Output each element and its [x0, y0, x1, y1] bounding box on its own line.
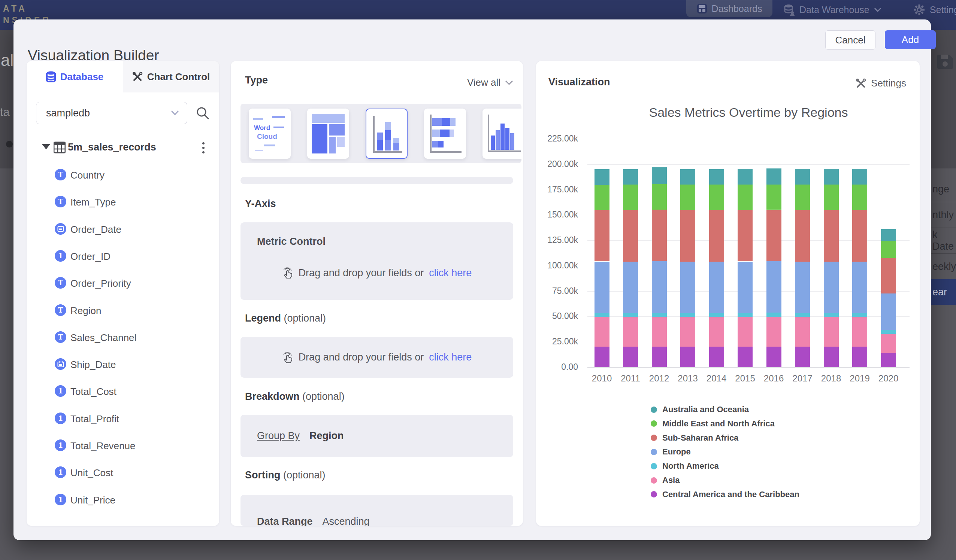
backdrop-bullet: [6, 141, 13, 147]
table-name: 5m_sales_records: [68, 141, 156, 153]
sorting-dropzone[interactable]: Data Range Ascending: [241, 495, 513, 526]
field-label: Sales_Channel: [71, 332, 136, 344]
backdrop-dropdown-option[interactable]: eekly: [931, 253, 956, 279]
nav-data-warehouse-label: Data Warehouse: [799, 5, 870, 15]
field-row-item_type[interactable]: TItem_Type: [27, 189, 219, 215]
field-row-order_id[interactable]: 1Order_ID: [27, 243, 219, 269]
bar-segment: [594, 347, 610, 367]
y-tick-label: 25.00k: [536, 337, 578, 347]
bar-segment: [795, 210, 810, 262]
search-icon[interactable]: [196, 106, 209, 120]
field-glyph: 1: [58, 442, 63, 449]
legend-item[interactable]: Middle East and North Africa: [651, 419, 775, 428]
bar-segment: [623, 210, 638, 262]
backdrop-heading-fragment: al: [1, 51, 14, 70]
legend-item[interactable]: Central America and the Caribbean: [651, 489, 799, 499]
view-all-dropdown[interactable]: View all: [467, 77, 513, 88]
legend-item[interactable]: North America: [651, 461, 719, 471]
nav-settings-label: Settings: [930, 5, 956, 15]
text-field-icon: T: [55, 169, 66, 180]
field-row-total_revenue[interactable]: 1Total_Revenue: [27, 432, 219, 458]
bar-segment: [824, 210, 839, 262]
nav-settings[interactable]: Settings: [913, 2, 956, 17]
backdrop-text-fragment: ta: [0, 105, 10, 119]
field-label: Unit_Price: [71, 494, 115, 506]
field-row-region[interactable]: TRegion: [27, 297, 219, 323]
number-field-icon: 1: [55, 250, 66, 262]
chart-type-word-cloud[interactable]: Word Cloud: [249, 108, 291, 159]
bar-segment: [623, 347, 638, 367]
collapse-arrow-icon[interactable]: [42, 144, 50, 149]
kebab-menu-icon[interactable]: [196, 140, 211, 156]
field-glyph: 1: [58, 469, 63, 476]
bar-segment: [737, 169, 753, 185]
field-row-total_cost[interactable]: 1Total_Cost: [27, 378, 219, 404]
field-row-order_date[interactable]: Order_Date: [27, 216, 219, 242]
legend-dropzone[interactable]: Drag and drop your fields or click here: [241, 337, 513, 378]
legend-label: Australia and Oceania: [662, 405, 749, 414]
backdrop-dropdown-option[interactable]: nthly: [931, 202, 956, 227]
type-scrollbar-track[interactable]: [241, 177, 513, 184]
field-row-unit_price[interactable]: 1Unit_Price: [27, 486, 219, 513]
bar-segment: [737, 313, 753, 317]
table-tree-row[interactable]: 5m_sales_records: [27, 138, 219, 157]
field-label: Region: [71, 305, 101, 317]
field-label: Order_Priority: [71, 278, 131, 289]
x-tick-label: 2017: [788, 373, 817, 384]
backdrop-dropdown-option[interactable]: k Date: [931, 227, 956, 253]
add-button[interactable]: Add: [885, 30, 936, 49]
y-tick-label: 75.00k: [536, 286, 578, 296]
field-row-country[interactable]: TCountry: [27, 162, 219, 188]
legend-label: Central America and the Caribbean: [662, 489, 799, 499]
nav-dashboards[interactable]: Dashboards: [686, 0, 772, 17]
x-tick-label: 2016: [759, 373, 788, 384]
bar-segment: [881, 353, 896, 367]
legend-item[interactable]: Asia: [651, 475, 679, 485]
chart-type-treemap[interactable]: [307, 108, 349, 159]
field-glyph: T: [58, 334, 63, 340]
legend-item[interactable]: Europe: [651, 447, 691, 457]
click-hand-icon: [282, 267, 293, 279]
field-row-ship_date[interactable]: Ship_Date: [27, 351, 219, 377]
backdrop-dropdown-option-selected[interactable]: ear: [931, 279, 956, 305]
group-by-link[interactable]: Group By: [257, 430, 300, 442]
bar-segment: [680, 347, 695, 367]
group-by-value[interactable]: Region: [310, 430, 344, 442]
logo-line-1: ATA: [3, 3, 51, 15]
field-row-unit_cost[interactable]: 1Unit_Cost: [27, 459, 219, 486]
field-row-sales_channel[interactable]: TSales_Channel: [27, 324, 219, 350]
bar-segment: [623, 313, 638, 317]
tab-database[interactable]: Database: [27, 61, 123, 93]
y-tick-label: 150.00k: [536, 210, 578, 220]
number-field-icon: 1: [55, 439, 66, 451]
field-glyph: 1: [58, 252, 63, 259]
backdrop-dropdown-option[interactable]: nge: [931, 176, 956, 202]
chart-type-stacked-column[interactable]: [366, 108, 407, 159]
field-row-total_profit[interactable]: 1Total_Profit: [27, 405, 219, 431]
legend-click-here-link[interactable]: click here: [429, 351, 472, 363]
metric-control-dropzone[interactable]: Metric Control Drag and drop your fields…: [241, 222, 513, 300]
legend-item[interactable]: Sub-Saharan Africa: [651, 433, 738, 443]
chart-type-column[interactable]: [483, 108, 522, 159]
chart-type-stacked-bar[interactable]: [424, 108, 466, 159]
breakdown-dropzone[interactable]: Group By Region: [241, 415, 513, 457]
bar-segment: [652, 347, 667, 367]
sort-field-value: Data Range: [257, 516, 313, 526]
database-select[interactable]: sampledb: [36, 102, 187, 124]
database-panel: Database Chart Control sampledb: [27, 61, 219, 526]
metric-click-here-link[interactable]: click here: [429, 267, 472, 279]
tab-chart-control[interactable]: Chart Control: [123, 61, 219, 93]
number-field-icon: 1: [55, 385, 66, 397]
y-tick-label: 0.00: [536, 362, 578, 372]
bar-segment: [652, 261, 667, 313]
legend-item[interactable]: Australia and Oceania: [651, 405, 749, 414]
click-hand-icon: [282, 351, 293, 364]
field-label: Order_ID: [71, 251, 110, 262]
cancel-button[interactable]: Cancel: [825, 30, 876, 50]
bar-segment: [623, 185, 638, 210]
field-row-order_priority[interactable]: TOrder_Priority: [27, 270, 219, 296]
field-glyph: T: [58, 279, 63, 286]
bar-segment: [652, 317, 667, 347]
number-field-icon: 1: [55, 413, 66, 424]
nav-data-warehouse[interactable]: Data Warehouse: [784, 2, 881, 17]
